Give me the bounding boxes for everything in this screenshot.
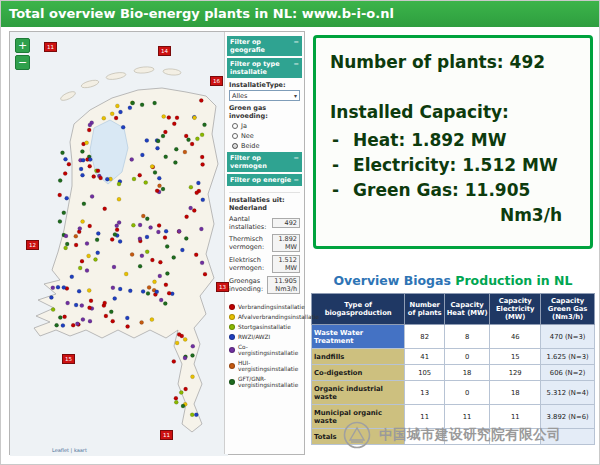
- table-cell: 606 (N=2): [541, 365, 595, 381]
- institute-logo-icon: [343, 421, 371, 449]
- stat-row: Groengas invoeding:11.905 Nm3/h: [229, 276, 300, 294]
- filter-section-energie[interactable]: Filter op energie: [227, 174, 302, 186]
- groengas-radio-group: JaNeeBeide: [227, 122, 302, 150]
- col-header: Capacity Green Gas (Nm3/h): [541, 294, 595, 325]
- table-cell: 18: [444, 365, 489, 381]
- radio-label: Beide: [241, 142, 259, 150]
- legend-label: Verbrandingsinstallatie: [238, 304, 305, 310]
- legend-item: Co-vergistingsinstallatie: [229, 344, 300, 356]
- cluster-marker[interactable]: 11: [44, 42, 57, 52]
- legend-dot-icon: [229, 334, 235, 340]
- table-cell: 8: [444, 325, 489, 349]
- installatietype-selected-value: Alles: [232, 92, 247, 100]
- legend-label: Stortgasinstallatie: [238, 324, 291, 330]
- cluster-marker[interactable]: 15: [62, 354, 75, 364]
- cluster-marker[interactable]: 16: [210, 76, 223, 86]
- slide: Total overview Bio-energy plants in NL: …: [0, 0, 600, 465]
- netherlands-map-panel: 11141612131511 + − Leaflet | kaart Filte…: [9, 31, 305, 455]
- capacity-list: Heat: 1.892 MWElectricity: 1.512 MWGreen…: [330, 130, 578, 200]
- filter-section-geografie[interactable]: Filter op geografie: [227, 36, 302, 56]
- table-cell: 41: [405, 349, 445, 365]
- radio-option-nee[interactable]: Nee: [232, 132, 297, 140]
- table-title: Overview Biogas Production in NL: [311, 273, 595, 288]
- radio-icon[interactable]: [232, 133, 238, 139]
- table-row: Co-digestion10518129606 (N=2): [312, 365, 595, 381]
- installation-stats: Installaties uit: Nederland Aantal insta…: [229, 192, 300, 294]
- stat-label: Elektrisch vermogen:: [229, 256, 272, 272]
- table-row: Organic industrial waste130185.312 (N=4): [312, 381, 595, 405]
- capacity-item: Electricity: 1.512 MW: [330, 155, 578, 175]
- filter-section-vermogen[interactable]: Filter op vermogen: [227, 152, 302, 172]
- radio-option-beide[interactable]: Beide: [232, 142, 297, 150]
- summary-box: Number of plants: 492 Installed Capacity…: [313, 35, 593, 249]
- legend-label: GFT/GNR-vergistingsinstallatie: [238, 376, 300, 388]
- legend-label: Co-vergistingsinstallatie: [238, 344, 300, 356]
- filter-section-type[interactable]: Filter op type installatie: [227, 58, 302, 78]
- table-cell: 18: [490, 381, 541, 405]
- table-header-row: Type of biogasproductionNumber of plants…: [312, 294, 595, 325]
- cluster-marker[interactable]: 13: [216, 282, 229, 292]
- legend-dot-icon: [229, 363, 235, 369]
- table-cell: 129: [490, 365, 541, 381]
- table-cell: 82: [405, 325, 445, 349]
- table-cell: landfills: [312, 349, 405, 365]
- stat-label: Thermisch vermogen:: [229, 235, 272, 251]
- cluster-marker[interactable]: 11: [160, 430, 173, 440]
- capacity-item: Heat: 1.892 MW: [330, 130, 578, 150]
- table-row: Waste Water Treatment82846470 (N=3): [312, 325, 595, 349]
- table-title-part2: Production in NL: [455, 273, 572, 288]
- number-of-plants: Number of plants: 492: [330, 52, 578, 72]
- col-header: Capacity Heat (MW): [444, 294, 489, 325]
- col-header: Capacity Electricity (MW): [490, 294, 541, 325]
- groengas-label: Groen gas invoeding:: [229, 104, 300, 120]
- stat-label: Groengas invoeding:: [229, 277, 267, 293]
- cluster-marker[interactable]: 12: [26, 240, 39, 250]
- table-cell: 15: [490, 349, 541, 365]
- col-header: Number of plants: [405, 294, 445, 325]
- stat-row: Thermisch vermogen:1.892 MW: [229, 234, 300, 252]
- legend-item: Afvalverbrandingsinstallatie: [229, 314, 300, 320]
- zoom-out-button[interactable]: −: [15, 55, 30, 70]
- map-attribution-link[interactable]: Leaflet | kaart: [52, 447, 87, 453]
- radio-icon[interactable]: [232, 143, 238, 149]
- radio-option-ja[interactable]: Ja: [232, 122, 297, 130]
- zoom-in-button[interactable]: +: [15, 38, 30, 53]
- table-cell: Co-digestion: [312, 365, 405, 381]
- table-cell: 105: [405, 365, 445, 381]
- table-cell: 46: [490, 325, 541, 349]
- installatietype-select[interactable]: Alles: [229, 90, 300, 101]
- legend-dot-icon: [229, 324, 235, 330]
- legend-label: HUI-vergistingsinstallatie: [238, 360, 300, 372]
- map-legend: VerbrandingsinstallatieAfvalverbrandings…: [229, 304, 300, 388]
- legend-item: GFT/GNR-vergistingsinstallatie: [229, 376, 300, 388]
- stats-title: Installaties uit: Nederland: [229, 196, 300, 212]
- col-header: Type of biogasproduction: [312, 294, 405, 325]
- biogas-table-section: Overview Biogas Production in NL Type of…: [311, 273, 595, 445]
- stat-value: 11.905 Nm3/h: [267, 276, 300, 294]
- stat-row: Aantal installaties:492: [229, 215, 300, 231]
- legend-dot-icon: [229, 347, 235, 353]
- legend-item: HUI-vergistingsinstallatie: [229, 360, 300, 372]
- table-cell: Waste Water Treatment: [312, 325, 405, 349]
- table-title-part1: Overview Biogas: [333, 273, 455, 288]
- watermark-text: 中国城市建设研究院有限公司: [379, 426, 561, 444]
- radio-label: Nee: [241, 132, 254, 140]
- legend-item: RWZI/AWZI: [229, 334, 300, 340]
- stat-label: Aantal installaties:: [229, 215, 272, 231]
- installed-capacity-heading: Installed Capacity:: [330, 102, 578, 122]
- table-cell: 0: [444, 381, 489, 405]
- map-filter-panel: Filter op geografie Filter op type insta…: [224, 32, 304, 454]
- legend-dot-icon: [229, 304, 235, 310]
- legend-dot-icon: [229, 314, 235, 320]
- radio-icon[interactable]: [232, 123, 238, 129]
- table-row: landfills410151.625 (N=3): [312, 349, 595, 365]
- table-cell: 1.625 (N=3): [541, 349, 595, 365]
- legend-item: Verbrandingsinstallatie: [229, 304, 300, 310]
- cluster-marker[interactable]: 14: [158, 46, 171, 56]
- green-gas-unit: Nm3/h: [330, 205, 578, 225]
- table-cell: Organic industrial waste: [312, 381, 405, 405]
- stat-row: Elektrisch vermogen:1.512 MW: [229, 255, 300, 273]
- radio-label: Ja: [241, 122, 247, 130]
- page-title: Total overview Bio-energy plants in NL: …: [1, 1, 599, 27]
- map-marker-overlay: 11141612131511: [10, 32, 224, 454]
